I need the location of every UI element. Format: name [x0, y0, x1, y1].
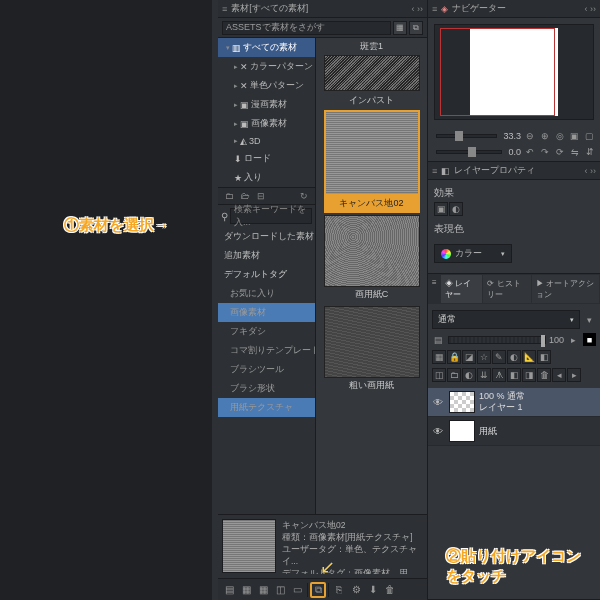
rotate-ccw-icon[interactable]: ↶: [523, 145, 536, 158]
tree-item-all[interactable]: ▾▥すべての素材: [218, 38, 315, 57]
new-layer-icon[interactable]: ◫: [432, 368, 446, 382]
flip-h-icon[interactable]: ⇋: [568, 145, 581, 158]
layer-color-icon[interactable]: ◧: [537, 350, 551, 364]
apply-mask-icon[interactable]: ◨: [522, 368, 536, 382]
zoom-100-icon[interactable]: ▣: [568, 129, 581, 142]
assets-cart-icon[interactable]: ⧉: [409, 21, 423, 35]
tag-icon[interactable]: ⊟: [254, 189, 268, 203]
view-detail-icon[interactable]: ▭: [289, 582, 305, 598]
opacity-stepper[interactable]: ▸: [567, 333, 580, 346]
new-correction-icon[interactable]: ◐: [462, 368, 476, 382]
zoom-slider[interactable]: [436, 134, 497, 138]
zoom-out-icon[interactable]: ⊖: [523, 129, 536, 142]
layer-row[interactable]: 👁 用紙: [428, 417, 600, 446]
reference-icon[interactable]: ☆: [477, 350, 491, 364]
tree-item-manga[interactable]: ▸▣漫画素材: [218, 95, 315, 114]
lock-icon[interactable]: 🔒: [447, 350, 461, 364]
view-medium-icon[interactable]: ▦: [255, 582, 271, 598]
assets-filter-icon[interactable]: ▦: [393, 21, 407, 35]
swatch-cloud[interactable]: [324, 55, 420, 91]
tag-paper-texture[interactable]: 用紙テクスチャ: [218, 398, 315, 417]
chevron-icon[interactable]: ‹ ››: [585, 4, 597, 14]
rotate-cw-icon[interactable]: ↷: [538, 145, 551, 158]
new-folder-icon[interactable]: 🗀: [447, 368, 461, 382]
merge-icon[interactable]: ⩚: [492, 368, 506, 382]
swatch-rough-paper[interactable]: 粗い画用紙: [324, 306, 420, 395]
zoom-in-icon[interactable]: ⊕: [538, 129, 551, 142]
fit-icon[interactable]: ◎: [553, 129, 566, 142]
layer-menu-icon[interactable]: ▾: [583, 313, 596, 326]
options-icon[interactable]: ↻: [297, 189, 311, 203]
tag-added[interactable]: 追加素材: [218, 246, 315, 265]
swatch-canvas02[interactable]: キャンバス地02: [324, 110, 420, 213]
tag-default[interactable]: デフォルトタグ: [218, 265, 315, 284]
tab-auto-action[interactable]: ▶ オートアクション: [532, 275, 599, 303]
folder-open-icon[interactable]: 🗁: [238, 189, 252, 203]
lock-transparent-icon[interactable]: ▦: [432, 350, 446, 364]
download-icon[interactable]: ⬇: [365, 582, 381, 598]
transfer-icon[interactable]: ⇊: [477, 368, 491, 382]
angle-slider[interactable]: [436, 150, 502, 154]
tree-item-color-pattern[interactable]: ▸✕カラーパターン: [218, 57, 315, 76]
delete-material-icon[interactable]: 🗑: [382, 582, 398, 598]
visibility-icon[interactable]: 👁: [431, 426, 445, 437]
view-list-icon[interactable]: ▤: [221, 582, 237, 598]
tag-search-input[interactable]: 検索キーワードを入...: [230, 208, 312, 224]
swatch-impasto-label: インパスト: [322, 93, 421, 110]
color-mode-select[interactable]: カラー ▾: [434, 244, 512, 263]
layer-color-icon[interactable]: ■: [583, 333, 596, 346]
paste-material-icon[interactable]: ⧉: [310, 582, 326, 598]
reset-angle-icon[interactable]: ⟳: [553, 145, 566, 158]
delete-layer-icon[interactable]: 🗑: [537, 368, 551, 382]
effect-tone-icon[interactable]: ◐: [449, 202, 463, 216]
navigator-viewport-frame[interactable]: [440, 28, 555, 116]
folder-icon[interactable]: 🗀: [222, 189, 236, 203]
swatch-paper-c[interactable]: 画用紙C: [324, 215, 420, 304]
tag-koma-template[interactable]: コマ割りテンプレート: [218, 341, 315, 360]
visibility-icon[interactable]: 👁: [431, 397, 445, 408]
tree-item-3d[interactable]: ▸◭3D: [218, 133, 315, 149]
annotation-2: ②貼り付けアイコン をタッチ: [446, 546, 581, 586]
layer-prop-icon: ◧: [441, 166, 450, 176]
material-property-icon[interactable]: ⚙: [348, 582, 364, 598]
tab-history[interactable]: ⟳ ヒストリー: [483, 275, 530, 303]
assets-search-input[interactable]: ASSETSで素材をさがす: [222, 21, 391, 35]
tab-layer[interactable]: ◈ レイヤー: [441, 275, 483, 303]
tag-fukidashi[interactable]: フキダシ: [218, 322, 315, 341]
panel-menu-icon[interactable]: ≡: [429, 275, 440, 303]
flip-v-icon[interactable]: ⇵: [583, 145, 596, 158]
opacity-slider[interactable]: [448, 336, 546, 344]
annotation-1: ①素材を選択→: [64, 216, 169, 235]
panel-menu-icon[interactable]: ≡: [432, 4, 437, 14]
panel-menu-icon[interactable]: ≡: [222, 4, 227, 14]
tree-item-fav[interactable]: ★入り: [218, 168, 315, 187]
view-large-icon[interactable]: ◫: [272, 582, 288, 598]
ruler-icon[interactable]: 📐: [522, 350, 536, 364]
navigator-preview[interactable]: [434, 24, 594, 120]
chevron-icon[interactable]: ‹ ››: [412, 4, 424, 14]
tree-item-download[interactable]: ⬇ロード: [218, 149, 315, 168]
view-small-icon[interactable]: ▦: [238, 582, 254, 598]
tag-favorite[interactable]: お気に入り: [218, 284, 315, 303]
tree-item-image[interactable]: ▸▣画像素材: [218, 114, 315, 133]
layer-row[interactable]: 👁 100 % 通常 レイヤー 1: [428, 388, 600, 417]
tag-brush-tool[interactable]: ブラシツール: [218, 360, 315, 379]
panel-menu-icon[interactable]: ≡: [432, 166, 437, 176]
zoom-fit-icon[interactable]: ▢: [583, 129, 596, 142]
canvas-area[interactable]: [0, 0, 212, 600]
prev-layer-icon[interactable]: ◂: [552, 368, 566, 382]
tag-brush-shape[interactable]: ブラシ形状: [218, 379, 315, 398]
tag-downloaded[interactable]: ダウンロードした素材: [218, 227, 315, 246]
save-material-icon[interactable]: ⎘: [331, 582, 347, 598]
blend-mode-select[interactable]: 通常▾: [432, 310, 580, 329]
effect-border-icon[interactable]: ▣: [434, 202, 448, 216]
mask-create-icon[interactable]: ◧: [507, 368, 521, 382]
next-layer-icon[interactable]: ▸: [567, 368, 581, 382]
mask-icon[interactable]: ◐: [507, 350, 521, 364]
chevron-icon[interactable]: ‹ ››: [585, 166, 597, 176]
tag-image-material[interactable]: 画像素材: [218, 303, 315, 322]
draft-icon[interactable]: ✎: [492, 350, 506, 364]
tree-item-mono-pattern[interactable]: ▸✕単色パターン: [218, 76, 315, 95]
annotation-arrow: ↙: [320, 556, 335, 578]
clip-icon[interactable]: ◪: [462, 350, 476, 364]
